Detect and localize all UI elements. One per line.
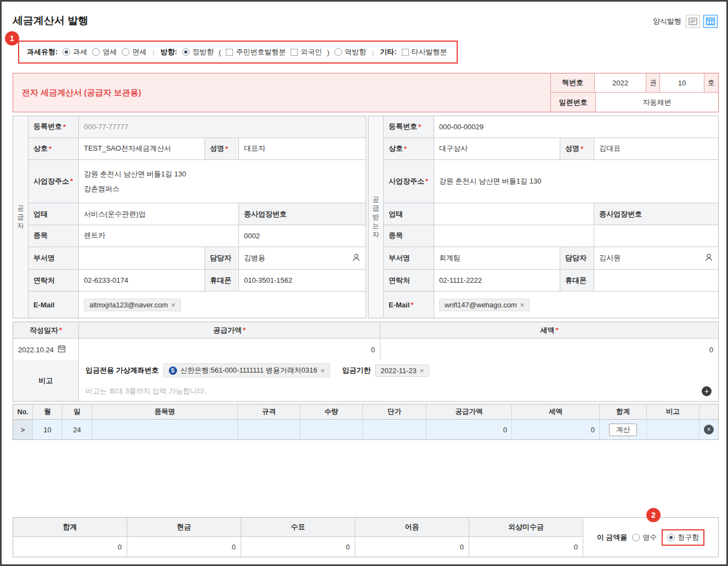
buyer-biz-type-field[interactable]: [434, 203, 594, 225]
table-view-icon[interactable]: [703, 15, 718, 28]
supplier-dept-field[interactable]: [79, 247, 205, 270]
calculate-button[interactable]: 계산: [609, 424, 637, 436]
tax-amount-field[interactable]: 0: [380, 339, 718, 361]
person-search-icon[interactable]: [352, 253, 361, 264]
supplier-name-field[interactable]: 대표자: [239, 138, 366, 159]
book-year-field[interactable]: 2022: [595, 73, 646, 92]
col-header-day: 일: [62, 404, 92, 420]
supplier-mobile-field[interactable]: 010-3501-1562: [239, 270, 366, 291]
radio-exempt[interactable]: 면세: [122, 47, 146, 57]
buyer-company-label: 상호*: [384, 138, 434, 159]
buyer-biz-item-label: 종목: [384, 225, 434, 247]
supplier-phone-label: 연락처: [29, 270, 79, 291]
supplier-sub-biz-field[interactable]: 0002: [239, 225, 366, 247]
item-spec-field[interactable]: [238, 420, 300, 439]
remove-icon[interactable]: ×: [171, 301, 175, 308]
supplier-sub-biz-label: 종사업장번호: [239, 203, 366, 225]
serial-no-label: 일련번호: [551, 93, 596, 112]
due-date-group: 입금기한 2022-11-23 ×: [342, 364, 429, 377]
summary-note-value[interactable]: 0: [355, 537, 469, 557]
radio-claim[interactable]: 청구함: [667, 533, 699, 542]
supplier-reg-no-field[interactable]: 000-77-77777: [79, 116, 366, 138]
supplier-name-label: 성명*: [205, 138, 239, 159]
calendar-icon[interactable]: [58, 345, 66, 355]
buyer-company-field[interactable]: 대구상사: [434, 138, 560, 159]
amounts-table: 작성일자* 공급가액* 세액* 2022.10.24 0 0: [13, 322, 719, 361]
buyer-dept-field[interactable]: 회계팀: [434, 247, 560, 270]
person-search-icon[interactable]: [704, 253, 713, 264]
radio-icon: [92, 48, 100, 56]
book-no-field[interactable]: 10: [660, 73, 704, 92]
form-view-icon[interactable]: [686, 15, 700, 28]
buyer-email-field[interactable]: wnfl147@wehago.com ×: [434, 291, 718, 318]
buyer-side-label: 공급받는자: [368, 116, 384, 318]
divider: |: [372, 48, 374, 56]
supplier-side-label: 공급자: [13, 116, 29, 318]
item-unit-price-field[interactable]: [363, 420, 426, 439]
delete-row-icon[interactable]: ×: [704, 425, 714, 434]
buyer-reg-no-field[interactable]: 000-00-00029: [434, 116, 718, 138]
supplier-email-field[interactable]: altmxjrla123@naver.com ×: [79, 291, 366, 318]
item-name-field[interactable]: [92, 420, 238, 439]
radio-taxable[interactable]: 과세: [62, 47, 87, 57]
checkbox-jumin[interactable]: 주민번호발행분: [226, 47, 286, 57]
buyer-address-label: 사업장주소*: [384, 160, 434, 203]
checkbox-other-company[interactable]: 타사발행분: [402, 47, 447, 57]
summary-check-value[interactable]: 0: [241, 537, 355, 557]
buyer-phone-field[interactable]: 02-1111-2222: [434, 270, 560, 291]
row-expander[interactable]: >: [13, 420, 33, 439]
supplier-manager-field[interactable]: 김병용: [239, 247, 366, 270]
buyer-dept-label: 부서명: [384, 247, 434, 270]
buyer-section: 공급받는자 등록번호* 000-00-00029 상호* 대구상사 성명* 김대…: [368, 116, 719, 318]
remark-placeholder[interactable]: 비고는 최대 3줄까지 입력 가능합니다.: [86, 386, 206, 396]
item-supply-amount-field[interactable]: 0: [426, 420, 512, 439]
summary-table: 합계 현금 수표 어음 외상미수금 이 금액을 영수 청구함 0 0 0 0 0: [13, 517, 719, 557]
annotation-badge-1: 1: [5, 31, 19, 45]
summary-credit-value[interactable]: 0: [469, 537, 583, 557]
buyer-sub-biz-field[interactable]: [594, 225, 718, 247]
buyer-biz-item-field[interactable]: [434, 225, 594, 247]
item-day-field[interactable]: 24: [62, 420, 92, 439]
checkbox-icon: [226, 49, 233, 56]
buyer-biz-type-label: 업태: [384, 203, 434, 225]
supplier-biz-type-field[interactable]: 서비스(운수관련)업: [79, 203, 239, 225]
supply-amount-field[interactable]: 0: [79, 339, 380, 361]
remove-icon[interactable]: ×: [520, 301, 525, 308]
supplier-address-field[interactable]: 강원 춘천시 남산면 버들1길 130 강촌캠퍼스: [79, 160, 366, 203]
summary-cash-value[interactable]: 0: [127, 537, 241, 557]
claim-highlight-box: 청구함: [662, 529, 704, 546]
radio-receipt[interactable]: 영수: [632, 533, 657, 542]
amount-purpose-label: 이 금액을: [597, 533, 628, 542]
supplier-section: 공급자 등록번호* 000-77-77777 상호* TEST_SAO전자세금계…: [13, 116, 366, 318]
due-date-label: 입금기한: [342, 365, 371, 375]
summary-header-total: 합계: [13, 518, 127, 537]
date-field[interactable]: 2022.10.24: [13, 339, 79, 361]
kwon-label: 권: [646, 73, 660, 92]
remove-icon[interactable]: ×: [321, 367, 325, 374]
supplier-mobile-label: 휴대폰: [205, 270, 239, 291]
supplier-phone-field[interactable]: 02-6233-0174: [79, 270, 205, 291]
buyer-manager-field[interactable]: 김사원: [594, 247, 718, 270]
supplier-biz-item-field[interactable]: 렌트카: [79, 225, 239, 247]
checkbox-foreigner[interactable]: 외국인: [291, 47, 322, 57]
supplier-company-field[interactable]: TEST_SAO전자세금계산서: [79, 138, 205, 159]
item-tax-amount-field[interactable]: 0: [512, 420, 600, 439]
radio-forward[interactable]: 정방향: [182, 47, 214, 57]
item-remark-field[interactable]: [647, 420, 699, 439]
summary-total-value[interactable]: 0: [13, 537, 127, 557]
item-month-field[interactable]: 10: [33, 420, 62, 439]
item-qty-field[interactable]: [300, 420, 363, 439]
buyer-mobile-field[interactable]: [594, 270, 718, 291]
col-header-unit-price: 단가: [363, 404, 426, 420]
buyer-address-field[interactable]: 강원 춘천시 남산면 버들1길 130: [434, 160, 718, 203]
add-remark-icon[interactable]: +: [702, 386, 712, 396]
radio-reverse[interactable]: 역방향: [334, 47, 366, 57]
radio-icon: [62, 48, 70, 56]
bank-logo-icon: S: [169, 367, 177, 375]
remove-icon[interactable]: ×: [420, 367, 424, 374]
supplier-reg-no-label: 등록번호*: [29, 116, 79, 138]
page-title: 세금계산서 발행: [13, 14, 88, 28]
divider: |: [152, 48, 154, 56]
buyer-name-field[interactable]: 김대표: [594, 138, 718, 159]
radio-zero-rate[interactable]: 영세: [92, 47, 117, 57]
